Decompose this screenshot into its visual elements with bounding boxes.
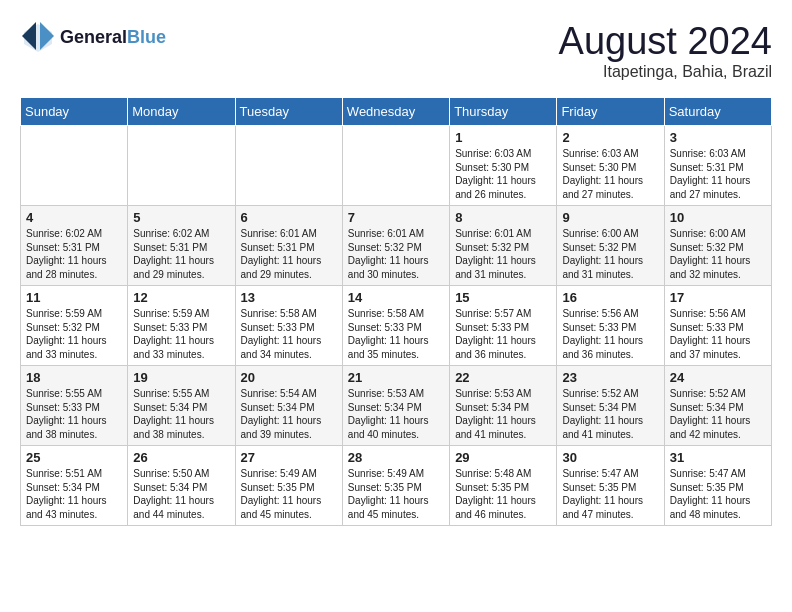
day-number: 18 (26, 370, 122, 385)
title-block: August 2024 Itapetinga, Bahia, Brazil (559, 20, 772, 81)
week-row-2: 4Sunrise: 6:02 AMSunset: 5:31 PMDaylight… (21, 206, 772, 286)
day-info: Sunset: 5:33 PM (348, 321, 444, 335)
day-info: Daylight: 11 hours and 29 minutes. (241, 254, 337, 281)
calendar-cell: 16Sunrise: 5:56 AMSunset: 5:33 PMDayligh… (557, 286, 664, 366)
day-number: 15 (455, 290, 551, 305)
calendar-cell: 10Sunrise: 6:00 AMSunset: 5:32 PMDayligh… (664, 206, 771, 286)
day-number: 9 (562, 210, 658, 225)
day-number: 24 (670, 370, 766, 385)
day-info: Sunrise: 5:50 AM (133, 467, 229, 481)
day-info: Sunset: 5:31 PM (241, 241, 337, 255)
calendar-cell: 22Sunrise: 5:53 AMSunset: 5:34 PMDayligh… (450, 366, 557, 446)
week-row-5: 25Sunrise: 5:51 AMSunset: 5:34 PMDayligh… (21, 446, 772, 526)
day-number: 12 (133, 290, 229, 305)
day-info: Sunrise: 6:03 AM (670, 147, 766, 161)
day-info: Sunset: 5:33 PM (562, 321, 658, 335)
day-header-sunday: Sunday (21, 98, 128, 126)
week-row-1: 1Sunrise: 6:03 AMSunset: 5:30 PMDaylight… (21, 126, 772, 206)
day-info: Daylight: 11 hours and 45 minutes. (348, 494, 444, 521)
calendar-cell: 7Sunrise: 6:01 AMSunset: 5:32 PMDaylight… (342, 206, 449, 286)
day-header-saturday: Saturday (664, 98, 771, 126)
day-info: Sunset: 5:32 PM (670, 241, 766, 255)
calendar-cell: 9Sunrise: 6:00 AMSunset: 5:32 PMDaylight… (557, 206, 664, 286)
day-number: 16 (562, 290, 658, 305)
day-number: 22 (455, 370, 551, 385)
calendar-cell: 13Sunrise: 5:58 AMSunset: 5:33 PMDayligh… (235, 286, 342, 366)
header-row: SundayMondayTuesdayWednesdayThursdayFrid… (21, 98, 772, 126)
day-info: Sunset: 5:33 PM (455, 321, 551, 335)
calendar-cell (128, 126, 235, 206)
calendar-cell: 11Sunrise: 5:59 AMSunset: 5:32 PMDayligh… (21, 286, 128, 366)
day-info: Daylight: 11 hours and 39 minutes. (241, 414, 337, 441)
logo: GeneralBlue (20, 20, 166, 56)
day-info: Daylight: 11 hours and 28 minutes. (26, 254, 122, 281)
location: Itapetinga, Bahia, Brazil (559, 63, 772, 81)
day-info: Sunrise: 6:01 AM (241, 227, 337, 241)
day-info: Daylight: 11 hours and 46 minutes. (455, 494, 551, 521)
page-header: GeneralBlue August 2024 Itapetinga, Bahi… (20, 20, 772, 81)
calendar-cell (21, 126, 128, 206)
day-number: 20 (241, 370, 337, 385)
day-info: Sunrise: 5:59 AM (133, 307, 229, 321)
day-info: Sunrise: 6:01 AM (455, 227, 551, 241)
day-info: Sunset: 5:30 PM (562, 161, 658, 175)
day-info: Daylight: 11 hours and 30 minutes. (348, 254, 444, 281)
logo-text: GeneralBlue (60, 28, 166, 48)
day-header-thursday: Thursday (450, 98, 557, 126)
day-number: 19 (133, 370, 229, 385)
day-number: 30 (562, 450, 658, 465)
calendar-cell: 30Sunrise: 5:47 AMSunset: 5:35 PMDayligh… (557, 446, 664, 526)
calendar-cell: 6Sunrise: 6:01 AMSunset: 5:31 PMDaylight… (235, 206, 342, 286)
day-number: 11 (26, 290, 122, 305)
day-info: Sunset: 5:35 PM (562, 481, 658, 495)
calendar-cell (342, 126, 449, 206)
day-number: 26 (133, 450, 229, 465)
calendar-cell: 2Sunrise: 6:03 AMSunset: 5:30 PMDaylight… (557, 126, 664, 206)
day-info: Daylight: 11 hours and 44 minutes. (133, 494, 229, 521)
day-info: Daylight: 11 hours and 35 minutes. (348, 334, 444, 361)
day-number: 3 (670, 130, 766, 145)
logo-icon (20, 20, 56, 56)
day-info: Daylight: 11 hours and 31 minutes. (562, 254, 658, 281)
calendar-cell: 25Sunrise: 5:51 AMSunset: 5:34 PMDayligh… (21, 446, 128, 526)
day-info: Sunset: 5:31 PM (26, 241, 122, 255)
calendar-table: SundayMondayTuesdayWednesdayThursdayFrid… (20, 97, 772, 526)
day-info: Sunset: 5:31 PM (670, 161, 766, 175)
day-info: Sunset: 5:34 PM (133, 481, 229, 495)
day-header-monday: Monday (128, 98, 235, 126)
day-info: Daylight: 11 hours and 45 minutes. (241, 494, 337, 521)
calendar-cell: 1Sunrise: 6:03 AMSunset: 5:30 PMDaylight… (450, 126, 557, 206)
day-info: Sunset: 5:34 PM (562, 401, 658, 415)
day-info: Daylight: 11 hours and 33 minutes. (133, 334, 229, 361)
day-info: Daylight: 11 hours and 36 minutes. (562, 334, 658, 361)
day-number: 31 (670, 450, 766, 465)
day-info: Daylight: 11 hours and 26 minutes. (455, 174, 551, 201)
day-info: Daylight: 11 hours and 43 minutes. (26, 494, 122, 521)
calendar-cell (235, 126, 342, 206)
day-info: Daylight: 11 hours and 38 minutes. (26, 414, 122, 441)
day-number: 17 (670, 290, 766, 305)
day-info: Sunset: 5:32 PM (348, 241, 444, 255)
day-number: 8 (455, 210, 551, 225)
calendar-cell: 28Sunrise: 5:49 AMSunset: 5:35 PMDayligh… (342, 446, 449, 526)
calendar-cell: 17Sunrise: 5:56 AMSunset: 5:33 PMDayligh… (664, 286, 771, 366)
day-info: Sunset: 5:33 PM (670, 321, 766, 335)
day-info: Sunrise: 5:47 AM (670, 467, 766, 481)
day-info: Sunrise: 5:52 AM (670, 387, 766, 401)
day-info: Sunset: 5:34 PM (670, 401, 766, 415)
day-info: Sunrise: 5:51 AM (26, 467, 122, 481)
calendar-cell: 4Sunrise: 6:02 AMSunset: 5:31 PMDaylight… (21, 206, 128, 286)
calendar-cell: 27Sunrise: 5:49 AMSunset: 5:35 PMDayligh… (235, 446, 342, 526)
calendar-cell: 24Sunrise: 5:52 AMSunset: 5:34 PMDayligh… (664, 366, 771, 446)
day-info: Daylight: 11 hours and 38 minutes. (133, 414, 229, 441)
day-number: 10 (670, 210, 766, 225)
day-number: 7 (348, 210, 444, 225)
day-info: Sunset: 5:30 PM (455, 161, 551, 175)
day-info: Sunrise: 6:00 AM (670, 227, 766, 241)
calendar-cell: 20Sunrise: 5:54 AMSunset: 5:34 PMDayligh… (235, 366, 342, 446)
day-info: Sunrise: 5:52 AM (562, 387, 658, 401)
day-info: Daylight: 11 hours and 34 minutes. (241, 334, 337, 361)
month-title: August 2024 (559, 20, 772, 63)
calendar-cell: 18Sunrise: 5:55 AMSunset: 5:33 PMDayligh… (21, 366, 128, 446)
day-info: Daylight: 11 hours and 27 minutes. (670, 174, 766, 201)
